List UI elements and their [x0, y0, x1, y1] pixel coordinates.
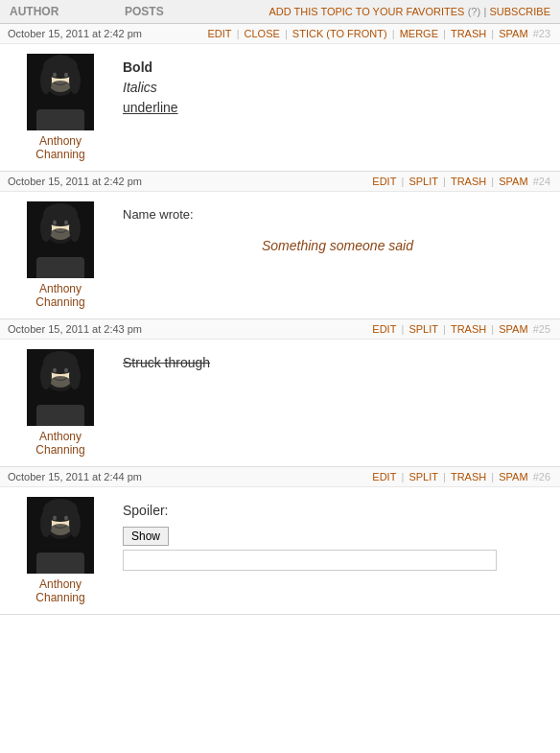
svg-point-17 — [49, 228, 72, 244]
close-link[interactable]: CLOSE — [245, 28, 280, 39]
author-section: AnthonyChanning — [8, 497, 113, 604]
split-link[interactable]: SPLIT — [408, 176, 438, 187]
trash-link[interactable]: TRASH — [451, 471, 486, 482]
post-timestamp: October 15, 2011 at 2:42 pm — [8, 28, 142, 39]
svg-point-16 — [64, 221, 68, 225]
post-row: October 15, 2011 at 2:42 pm EDIT | CLOSE… — [0, 24, 560, 172]
svg-point-33 — [53, 516, 57, 521]
post-body-26: AnthonyChanning Spoiler: Show — [0, 487, 560, 614]
quote-author: Name wrote: — [123, 205, 552, 224]
author-name[interactable]: AnthonyChanning — [35, 430, 84, 457]
post-number: #24 — [533, 176, 550, 187]
split-link[interactable]: SPLIT — [408, 323, 438, 335]
avatar — [27, 349, 94, 426]
edit-link[interactable]: EDIT — [372, 323, 396, 335]
merge-link[interactable]: MERGE — [400, 28, 438, 39]
svg-point-26 — [49, 376, 72, 391]
header-actions-col: ADD THIS TOPIC TO YOUR FAVORITES (?) | S… — [201, 5, 550, 18]
svg-point-6 — [53, 73, 57, 78]
author-section: AnthonyChanning — [8, 54, 113, 161]
spam-link[interactable]: SPAM — [499, 323, 527, 335]
post-number: #25 — [533, 323, 550, 335]
post-body-24: AnthonyChanning Name wrote: Something so… — [0, 192, 560, 318]
forum-header: AUTHOR POSTS ADD THIS TOPIC TO YOUR FAVO… — [0, 0, 560, 24]
author-name[interactable]: AnthonyChanning — [35, 577, 84, 604]
spam-link[interactable]: SPAM — [499, 28, 527, 39]
content-italics: Italics — [123, 78, 552, 98]
author-name[interactable]: AnthonyChanning — [35, 134, 84, 161]
svg-point-15 — [53, 221, 57, 225]
svg-rect-36 — [36, 553, 84, 574]
question-mark: (?) — [468, 6, 480, 17]
post-timestamp: October 15, 2011 at 2:44 pm — [8, 471, 142, 482]
post-content-26: Spoiler: Show — [113, 497, 552, 604]
edit-link[interactable]: EDIT — [372, 176, 396, 187]
post-meta-26: October 15, 2011 at 2:44 pm EDIT | SPLIT… — [0, 467, 560, 487]
svg-rect-27 — [36, 405, 84, 426]
stick-link[interactable]: STICK (TO FRONT) — [292, 28, 387, 39]
spoiler-show-button[interactable]: Show — [123, 527, 169, 546]
add-favorites-link[interactable]: ADD THIS TOPIC TO YOUR FAVORITES — [268, 6, 464, 17]
subscribe-link[interactable]: SUBSCRIBE — [489, 6, 550, 17]
svg-rect-9 — [36, 109, 84, 130]
avatar — [27, 54, 94, 130]
post-meta-23: October 15, 2011 at 2:42 pm EDIT | CLOSE… — [0, 24, 560, 44]
post-row: October 15, 2011 at 2:43 pm EDIT | SPLIT… — [0, 319, 560, 467]
post-actions: EDIT | SPLIT | TRASH | SPAM #25 — [372, 323, 552, 335]
spoiler-input[interactable] — [123, 550, 497, 571]
avatar — [27, 497, 94, 574]
post-content-23: Bold Italics underline — [113, 54, 552, 161]
svg-point-35 — [49, 524, 72, 539]
svg-rect-18 — [36, 257, 84, 278]
quote-text: Something someone said — [123, 228, 552, 264]
svg-point-34 — [64, 516, 68, 521]
post-meta-24: October 15, 2011 at 2:42 pm EDIT | SPLIT… — [0, 172, 560, 192]
content-underline: underline — [123, 98, 552, 118]
edit-link[interactable]: EDIT — [372, 471, 396, 482]
avatar — [27, 201, 94, 278]
content-strikethrough: Struck through — [123, 353, 552, 373]
content-bold: Bold — [123, 58, 552, 78]
post-body-25: AnthonyChanning Struck through — [0, 340, 560, 466]
svg-point-24 — [53, 368, 57, 373]
split-link[interactable]: SPLIT — [408, 471, 438, 482]
edit-link[interactable]: EDIT — [208, 28, 232, 39]
post-body-23: AnthonyChanning Bold Italics underline — [0, 44, 560, 171]
svg-point-25 — [64, 368, 68, 373]
post-meta-25: October 15, 2011 at 2:43 pm EDIT | SPLIT… — [0, 319, 560, 340]
header-posts-col: POSTS — [125, 5, 201, 18]
author-section: AnthonyChanning — [8, 349, 113, 457]
post-timestamp: October 15, 2011 at 2:43 pm — [8, 323, 142, 335]
svg-point-8 — [49, 81, 72, 96]
post-actions: EDIT | CLOSE | STICK (TO FRONT) | MERGE … — [208, 28, 552, 39]
svg-point-7 — [64, 73, 68, 78]
trash-link[interactable]: TRASH — [451, 323, 486, 335]
header-author-col: AUTHOR — [10, 5, 125, 18]
post-row: October 15, 2011 at 2:44 pm EDIT | SPLIT… — [0, 467, 560, 615]
post-row: October 15, 2011 at 2:42 pm EDIT | SPLIT… — [0, 172, 560, 319]
post-timestamp: October 15, 2011 at 2:42 pm — [8, 176, 142, 187]
post-actions: EDIT | SPLIT | TRASH | SPAM #26 — [372, 471, 552, 482]
post-number: #26 — [533, 471, 550, 482]
spam-link[interactable]: SPAM — [499, 471, 527, 482]
trash-link[interactable]: TRASH — [451, 28, 486, 39]
post-number: #23 — [533, 28, 550, 39]
spoiler-label: Spoiler: — [123, 501, 552, 521]
spam-link[interactable]: SPAM — [499, 176, 527, 187]
post-actions: EDIT | SPLIT | TRASH | SPAM #24 — [372, 176, 552, 187]
post-content-25: Struck through — [113, 349, 552, 457]
trash-link[interactable]: TRASH — [451, 176, 486, 187]
post-content-24: Name wrote: Something someone said — [113, 201, 552, 309]
author-name[interactable]: AnthonyChanning — [35, 282, 84, 309]
author-section: AnthonyChanning — [8, 201, 113, 309]
